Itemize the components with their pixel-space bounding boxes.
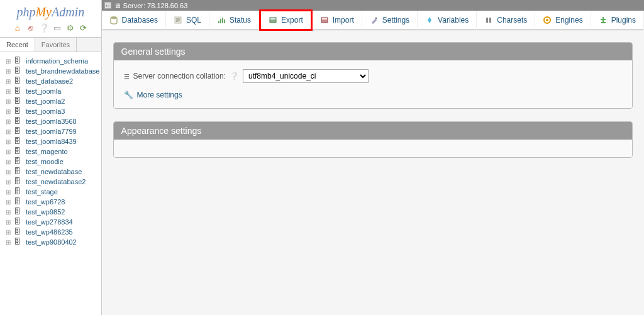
tab-databases[interactable]: Databases (102, 11, 166, 30)
tree-expand-icon[interactable]: ⊞ (3, 169, 14, 175)
database-name[interactable]: test_joomla3568 (26, 118, 77, 125)
database-node[interactable]: ⊞🗄test_wp278834 (3, 217, 101, 227)
database-name[interactable]: test_joomla8439 (26, 138, 77, 145)
docs-icon[interactable]: ❔ (39, 23, 49, 33)
content: General settings ☰ Server connection col… (102, 30, 644, 183)
database-icon: 🗄 (14, 107, 24, 116)
tree-expand-icon[interactable]: ⊞ (3, 68, 14, 75)
database-node[interactable]: ⊞🗄test_wp6728 (3, 197, 101, 207)
database-node[interactable]: ⊞🗄test_wp9080402 (3, 237, 101, 247)
database-node[interactable]: ⊞🗄test_wp9852 (3, 207, 101, 217)
database-icon: 🗄 (14, 197, 24, 206)
database-name[interactable]: test_brandnewdatabase (26, 67, 99, 75)
database-node[interactable]: ⊞🗄test_brandnewdatabase (3, 66, 101, 76)
database-name[interactable]: test_joomla7799 (26, 128, 77, 135)
database-name[interactable]: test_wp486235 (26, 228, 73, 236)
database-node[interactable]: ⊞🗄test_joomla (3, 86, 101, 96)
tree-expand-icon[interactable]: ⊞ (3, 98, 14, 105)
tab-settings[interactable]: Settings (362, 11, 418, 30)
svg-point-10 (375, 18, 377, 19)
tab-import[interactable]: Import (313, 11, 362, 30)
tree-expand-icon[interactable]: ⊞ (3, 108, 14, 115)
settings-icon[interactable]: ⚙ (65, 23, 75, 33)
database-name[interactable]: test_joomla3 (26, 108, 65, 115)
database-name[interactable]: test_magento (26, 148, 68, 155)
main: ← 🖥 Server: 78.128.60.63 DatabasesSQLSta… (102, 0, 644, 315)
database-node[interactable]: ⊞🗄test_joomla2 (3, 96, 101, 106)
collation-row: ☰ Server connection collation: ❔ utf8mb4… (124, 69, 622, 83)
database-node[interactable]: ⊞🗄test_database2 (3, 76, 101, 86)
logout-icon[interactable]: ⎋ (26, 23, 36, 33)
database-name[interactable]: test_moodle (26, 158, 64, 165)
database-name[interactable]: test_stage (26, 188, 58, 196)
tree-expand-icon[interactable]: ⊞ (3, 199, 14, 206)
database-name[interactable]: test_wp6728 (26, 198, 65, 206)
svg-rect-12 (489, 18, 491, 23)
status-icon (217, 16, 226, 25)
database-name[interactable]: information_schema (26, 57, 88, 65)
tab-label: Settings (382, 16, 409, 25)
database-node[interactable]: ⊞🗄test_joomla7799 (3, 126, 101, 136)
database-name[interactable]: test_newdatabase2 (26, 178, 86, 185)
database-node[interactable]: ⊞🗄test_joomla3 (3, 106, 101, 116)
sidebar-tab-recent[interactable]: Recent (0, 38, 35, 52)
tab-label: Engines (555, 16, 582, 25)
reload-icon[interactable]: ⟳ (79, 23, 89, 33)
sidebar-tab-favorites[interactable]: Favorites (35, 38, 77, 52)
general-settings-title: General settings (114, 43, 632, 60)
tab-plugins[interactable]: Plugins (591, 11, 644, 30)
database-name[interactable]: test_wp278834 (26, 218, 73, 226)
svg-rect-11 (486, 18, 488, 23)
database-icon: 🗄 (14, 137, 24, 146)
tree-expand-icon[interactable]: ⊞ (3, 58, 14, 65)
variables-icon (425, 16, 434, 25)
more-settings-link[interactable]: 🔧 More settings (124, 91, 622, 99)
database-name[interactable]: test_newdatabase (26, 168, 82, 175)
database-node[interactable]: ⊞🗄test_joomla3568 (3, 116, 101, 126)
tree-expand-icon[interactable]: ⊞ (3, 128, 14, 135)
database-name[interactable]: test_wp9852 (26, 208, 65, 216)
tree-expand-icon[interactable]: ⊞ (3, 148, 14, 155)
database-name[interactable]: test_database2 (26, 77, 73, 85)
logo[interactable]: phpMyAdmin (0, 0, 101, 22)
database-node[interactable]: ⊞🗄test_stage (3, 187, 101, 197)
database-icon: 🗄 (14, 67, 24, 75)
sidebar-collapse-button[interactable]: ← (104, 2, 111, 9)
database-node[interactable]: ⊞🗄test_wp486235 (3, 227, 101, 237)
tab-engines[interactable]: Engines (535, 11, 591, 30)
database-node[interactable]: ⊞🗄test_newdatabase (3, 167, 101, 177)
home-icon[interactable]: ⌂ (13, 23, 23, 33)
tab-export[interactable]: Export (259, 9, 313, 31)
tree-expand-icon[interactable]: ⊞ (3, 229, 14, 236)
collation-select[interactable]: utf8mb4_unicode_ci (243, 69, 369, 83)
tree-expand-icon[interactable]: ⊞ (3, 219, 14, 226)
tree-expand-icon[interactable]: ⊞ (3, 179, 14, 185)
tree-expand-icon[interactable]: ⊞ (3, 239, 14, 246)
tab-status[interactable]: Status (209, 11, 259, 30)
tab-variables[interactable]: Variables (418, 11, 477, 30)
database-node[interactable]: ⊞🗄test_joomla8439 (3, 136, 101, 146)
sql-icon[interactable]: ▭ (52, 23, 62, 33)
database-node[interactable]: ⊞🗄test_newdatabase2 (3, 177, 101, 187)
database-node[interactable]: ⊞🗄test_moodle (3, 157, 101, 167)
tree-expand-icon[interactable]: ⊞ (3, 189, 14, 196)
help-icon[interactable]: ❔ (230, 72, 239, 80)
tab-label: Databases (122, 16, 158, 25)
quick-icons: ⌂ ⎋ ❔ ▭ ⚙ ⟳ (0, 22, 101, 37)
database-name[interactable]: test_wp9080402 (26, 238, 77, 246)
tree-expand-icon[interactable]: ⊞ (3, 78, 14, 85)
database-icon: 🗄 (14, 187, 24, 196)
database-name[interactable]: test_joomla (26, 87, 61, 95)
database-node[interactable]: ⊞🗄information_schema (3, 56, 101, 66)
tree-expand-icon[interactable]: ⊞ (3, 118, 14, 125)
database-node[interactable]: ⊞🗄test_magento (3, 146, 101, 157)
tab-sql[interactable]: SQL (166, 11, 209, 30)
tree-expand-icon[interactable]: ⊞ (3, 138, 14, 145)
export-icon (269, 16, 277, 25)
tab-charsets[interactable]: Charsets (477, 11, 535, 30)
database-name[interactable]: test_joomla2 (26, 97, 65, 105)
list-icon: ☰ (124, 73, 130, 80)
tree-expand-icon[interactable]: ⊞ (3, 88, 14, 95)
tree-expand-icon[interactable]: ⊞ (3, 158, 14, 165)
tree-expand-icon[interactable]: ⊞ (3, 209, 14, 216)
